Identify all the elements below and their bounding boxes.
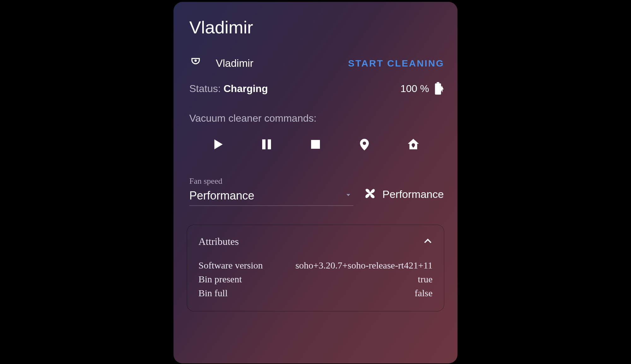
commands-label: Vacuum cleaner commands:	[187, 113, 444, 124]
attribute-key: Software version	[198, 260, 263, 271]
robot-vacuum-icon	[189, 56, 202, 70]
attribute-value: soho+3.20.7+soho-release-rt421+11	[272, 260, 433, 271]
map-marker-icon	[358, 138, 371, 152]
pause-icon	[260, 138, 273, 152]
start-cleaning-button[interactable]: START CLEANING	[348, 58, 444, 69]
play-button[interactable]	[208, 136, 227, 154]
attributes-title: Attributes	[198, 236, 239, 247]
card-title: Vladimir	[187, 17, 444, 38]
device-row: Vladimir START CLEANING	[187, 56, 444, 70]
pause-button[interactable]	[257, 136, 276, 154]
attribute-row: Software version soho+3.20.7+soho-releas…	[198, 260, 433, 271]
return-home-button[interactable]	[404, 136, 423, 154]
svg-rect-2	[437, 82, 439, 83]
attribute-key: Bin full	[198, 288, 228, 298]
commands-row	[187, 136, 444, 154]
fan-speed-select[interactable]: Performance	[189, 187, 353, 206]
chevron-up-icon	[423, 236, 433, 247]
locate-button[interactable]	[355, 136, 374, 154]
play-icon	[211, 138, 224, 152]
attribute-row: Bin present true	[198, 274, 433, 285]
fan-speed-display: Performance	[363, 186, 444, 202]
battery-percentage: 100 %	[400, 83, 429, 95]
fan-icon	[363, 186, 377, 202]
status-value: Charging	[224, 83, 268, 94]
attribute-key: Bin present	[198, 274, 242, 285]
home-marker-icon	[407, 138, 420, 152]
device-name: Vladimir	[216, 57, 253, 69]
stop-button[interactable]	[306, 136, 325, 154]
fan-speed-display-text: Performance	[382, 188, 444, 200]
battery-charging-icon	[433, 82, 444, 95]
attribute-value: true	[251, 274, 433, 285]
svg-point-0	[194, 60, 197, 62]
vacuum-card: Vladimir Vladimir START CLEANING Status:…	[174, 2, 457, 363]
attributes-panel: Attributes Software version soho+3.20.7+…	[187, 225, 444, 311]
fan-speed-value: Performance	[189, 189, 254, 202]
status-text: Status: Charging	[189, 83, 268, 95]
chevron-down-icon	[345, 192, 351, 199]
svg-rect-5	[311, 140, 320, 149]
status-label: Status:	[189, 83, 224, 94]
attributes-toggle[interactable]: Attributes	[198, 236, 433, 247]
attribute-value: false	[237, 288, 433, 298]
svg-rect-4	[268, 139, 271, 149]
fan-speed-label: Fan speed	[189, 176, 353, 186]
stop-icon	[309, 138, 322, 152]
attribute-row: Bin full false	[198, 288, 433, 298]
svg-rect-3	[262, 139, 266, 149]
